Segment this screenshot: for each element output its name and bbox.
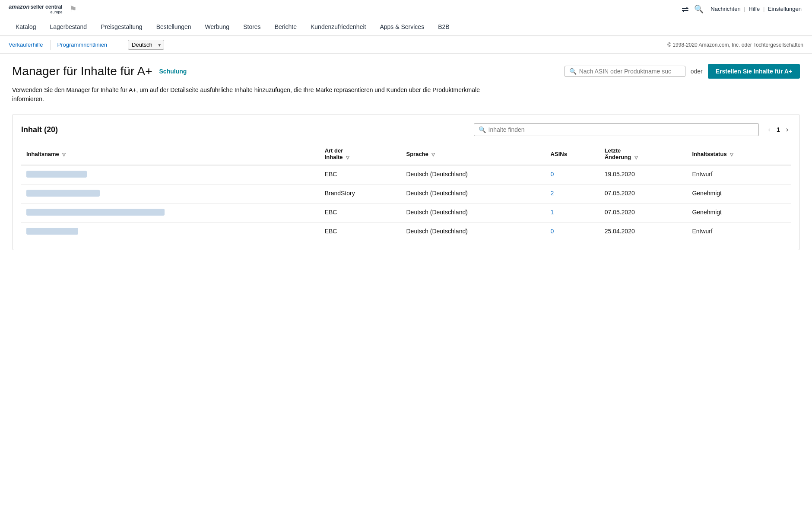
- col-inhaltsstatus: Inhaltsstatus ▽: [687, 143, 791, 165]
- page-content: Manager für Inhalte für A+ Schulung 🔍 od…: [0, 54, 812, 261]
- nav-stores[interactable]: Stores: [236, 18, 267, 35]
- nav-nachrichten[interactable]: Nachrichten: [710, 6, 740, 12]
- table-container: Inhalt (20) 🔍 ‹ 1 › Inhaltsname ▽: [12, 114, 800, 250]
- page-title-row: Manager für Inhalte für A+ Schulung 🔍 od…: [12, 64, 800, 79]
- cell-letzte-aenderung: 19.05.2020: [599, 165, 687, 185]
- inhalt-title: Inhalt (20): [21, 125, 58, 134]
- top-bar-left: amazon seller central europe ⚑: [9, 3, 77, 14]
- cell-inhaltsstatus: Genehmigt: [687, 185, 791, 204]
- nav-lagerbestand[interactable]: Lagerbestand: [43, 18, 94, 35]
- search-icon-button[interactable]: 🔍: [694, 4, 704, 14]
- search-icon: 🔍: [569, 68, 577, 75]
- table-search-input[interactable]: [488, 126, 754, 133]
- top-nav-links: Nachrichten | Hilfe | Einstellungen: [709, 6, 803, 12]
- table-search-box: 🔍: [474, 123, 759, 136]
- nav-hilfe[interactable]: Hilfe: [749, 6, 760, 12]
- cell-asins[interactable]: 0: [546, 165, 599, 185]
- cell-sprache: Deutsch (Deutschland): [401, 223, 545, 242]
- top-search-input[interactable]: [579, 68, 681, 75]
- cell-inhaltsname: [21, 223, 320, 242]
- pagination-next[interactable]: ›: [783, 125, 791, 134]
- top-search-box: 🔍: [565, 66, 685, 77]
- pagination-prev[interactable]: ‹: [766, 125, 773, 134]
- sep1: |: [744, 6, 745, 12]
- cell-art: EBC: [320, 204, 401, 223]
- nav-berichte[interactable]: Berichte: [268, 18, 304, 35]
- cell-art: EBC: [320, 223, 401, 242]
- sort-icon-inhaltsname: ▽: [62, 152, 66, 157]
- blurred-name: [26, 209, 165, 216]
- cell-inhaltsname: [21, 185, 320, 204]
- cell-art: BrandStory: [320, 185, 401, 204]
- cell-art: EBC: [320, 165, 401, 185]
- oder-label: oder: [691, 68, 703, 75]
- schulung-badge[interactable]: Schulung: [159, 68, 187, 75]
- nav-programmrichtlinien[interactable]: Programmrichtlinien: [57, 40, 114, 50]
- cell-letzte-aenderung: 25.04.2020: [599, 223, 687, 242]
- nav-bestellungen[interactable]: Bestellungen: [149, 18, 198, 35]
- nav-b2b[interactable]: B2B: [431, 18, 456, 35]
- page-description: Verwenden Sie den Manager für Inhalte fü…: [12, 86, 487, 104]
- language-selector-wrap: Deutsch English Français Italiano Españo…: [128, 40, 164, 50]
- sort-icon-status: ▽: [730, 152, 733, 157]
- cell-inhaltsstatus: Genehmigt: [687, 204, 791, 223]
- sep2: |: [763, 6, 764, 12]
- nav-werbung[interactable]: Werbung: [198, 18, 237, 35]
- asin-link[interactable]: 2: [551, 190, 554, 197]
- table-row: EBCDeutsch (Deutschland)107.05.2020Geneh…: [21, 204, 791, 223]
- col-letzte-aenderung: LetzteÄnderung ▽: [599, 143, 687, 165]
- blurred-name: [26, 171, 87, 178]
- cell-inhaltsstatus: Entwurf: [687, 165, 791, 185]
- col-inhaltsname: Inhaltsname ▽: [21, 143, 320, 165]
- sort-icon-art: ▽: [346, 155, 349, 160]
- main-nav: Katalog Lagerbestand Preisgestaltung Bes…: [0, 18, 812, 36]
- table-row: EBCDeutsch (Deutschland)019.05.2020Entwu…: [21, 165, 791, 185]
- sort-icon-aenderung: ▽: [634, 155, 638, 160]
- nav-einstellungen[interactable]: Einstellungen: [768, 6, 802, 12]
- cell-inhaltsname: [21, 204, 320, 223]
- col-art-der-inhalte: Art derInhalte ▽: [320, 143, 401, 165]
- cell-inhaltsstatus: Entwurf: [687, 223, 791, 242]
- top-bar: amazon seller central europe ⚑ ⇌ 🔍 Nachr…: [0, 0, 812, 18]
- language-select[interactable]: Deutsch English Français Italiano Españo…: [128, 40, 164, 50]
- nav-verkaeuferhilfe[interactable]: Verkäuferhilfe: [9, 40, 51, 50]
- cell-asins[interactable]: 0: [546, 223, 599, 242]
- page-title: Manager für Inhalte für A+: [12, 64, 152, 78]
- nav-katalog[interactable]: Katalog: [9, 18, 43, 35]
- logo-seller-central: seller central: [30, 4, 62, 10]
- table-header-row-cols: Inhaltsname ▽ Art derInhalte ▽ Sprache ▽…: [21, 143, 791, 165]
- cell-letzte-aenderung: 07.05.2020: [599, 185, 687, 204]
- cell-letzte-aenderung: 07.05.2020: [599, 204, 687, 223]
- logo-amazon-text: amazon: [9, 3, 29, 10]
- blurred-name: [26, 190, 100, 197]
- cell-sprache: Deutsch (Deutschland): [401, 165, 545, 185]
- pagination: ‹ 1 ›: [766, 125, 791, 134]
- asin-link[interactable]: 1: [551, 209, 554, 216]
- top-bar-right: ⇌ 🔍 Nachrichten | Hilfe | Einstellungen: [682, 4, 803, 14]
- nav-apps-services[interactable]: Apps & Services: [373, 18, 431, 35]
- cell-asins[interactable]: 1: [546, 204, 599, 223]
- flag-icon: ⚑: [69, 4, 77, 14]
- table-row: EBCDeutsch (Deutschland)025.04.2020Entwu…: [21, 223, 791, 242]
- search-or-row: 🔍 oder Erstellen Sie Inhalte für A+: [565, 64, 800, 79]
- blurred-name: [26, 228, 78, 235]
- create-content-button[interactable]: Erstellen Sie Inhalte für A+: [708, 64, 800, 79]
- secondary-nav: Verkäuferhilfe Programmrichtlinien Deuts…: [0, 36, 812, 54]
- language-select-wrap: Deutsch English Français Italiano Españo…: [128, 40, 164, 50]
- nav-kundenzufriedenheit[interactable]: Kundenzufriedenheit: [304, 18, 373, 35]
- table-row: BrandStoryDeutsch (Deutschland)207.05.20…: [21, 185, 791, 204]
- table-header-row: Inhalt (20) 🔍 ‹ 1 ›: [21, 123, 791, 136]
- nav-preisgestaltung[interactable]: Preisgestaltung: [94, 18, 149, 35]
- copyright-text: © 1998-2020 Amazon.com, Inc. oder Tochte…: [667, 42, 803, 48]
- asin-link[interactable]: 0: [551, 171, 554, 178]
- col-sprache: Sprache ▽: [401, 143, 545, 165]
- cell-sprache: Deutsch (Deutschland): [401, 204, 545, 223]
- cell-inhaltsname: [21, 165, 320, 185]
- cell-asins[interactable]: 2: [546, 185, 599, 204]
- data-table: Inhaltsname ▽ Art derInhalte ▽ Sprache ▽…: [21, 143, 791, 241]
- table-search-icon: 🔍: [479, 126, 486, 133]
- logo: amazon seller central europe: [9, 3, 62, 14]
- secondary-nav-left: Verkäuferhilfe Programmrichtlinien Deuts…: [9, 40, 164, 50]
- transfer-icon-button[interactable]: ⇌: [682, 4, 689, 14]
- asin-link[interactable]: 0: [551, 228, 554, 235]
